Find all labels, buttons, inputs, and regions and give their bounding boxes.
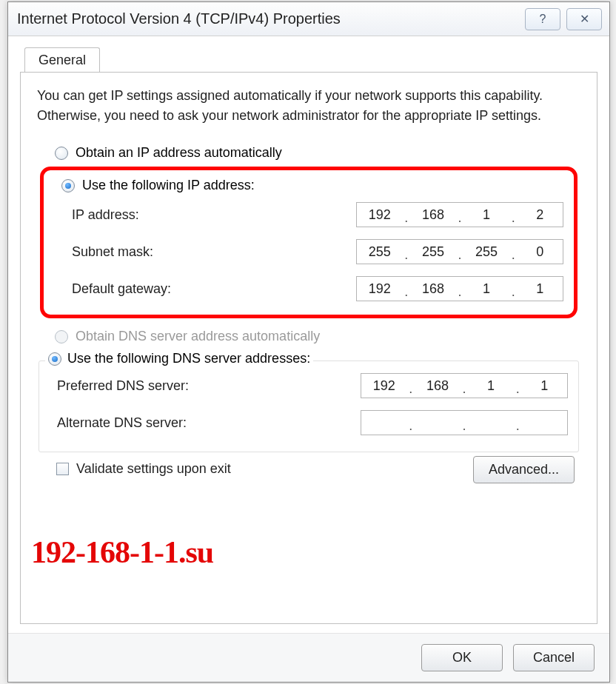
tab-general[interactable]: General (24, 47, 100, 73)
dns-auto-label: Obtain DNS server address automatically (76, 329, 320, 344)
dns-manual-row[interactable]: Use the following DNS server addresses: (45, 351, 313, 366)
ok-button[interactable]: OK (421, 644, 503, 671)
info-text: You can get IP settings assigned automat… (37, 86, 580, 126)
close-icon: ✕ (580, 12, 589, 26)
highlight-box: Use the following IP address: IP address… (40, 167, 578, 318)
help-button[interactable]: ? (525, 8, 560, 30)
titlebar-buttons: ? ✕ (525, 8, 602, 30)
pref-dns-row: Preferred DNS server: 192. 168. 1. 1 (44, 367, 568, 404)
client-area: General You can get IP settings assigned… (8, 36, 609, 633)
alt-dns-row: Alternate DNS server: . . . (44, 404, 568, 441)
pref-dns-input[interactable]: 192. 168. 1. 1 (361, 373, 568, 398)
radio-icon (48, 352, 61, 366)
alt-dns-input[interactable]: . . . (361, 410, 568, 435)
ip-address-input[interactable]: 192. 168. 1. 2 (356, 202, 563, 227)
cancel-button[interactable]: Cancel (513, 644, 595, 671)
ip-auto-row[interactable]: Obtain an IP address automatically (37, 142, 580, 164)
tabstrip: General (24, 47, 597, 72)
dns-manual-label: Use the following DNS server addresses: (67, 351, 310, 366)
radio-icon (55, 147, 68, 160)
pref-dns-label: Preferred DNS server: (57, 378, 189, 394)
dialog-window: Internet Protocol Version 4 (TCP/IPv4) P… (7, 1, 610, 683)
dns-fieldset: Use the following DNS server addresses: … (38, 361, 579, 452)
ip-address-label: IP address: (72, 207, 139, 223)
ip-manual-row[interactable]: Use the following IP address: (48, 175, 563, 196)
subnet-mask-row: Subnet mask: 255. 255. 255. 0 (48, 233, 563, 270)
gateway-label: Default gateway: (72, 281, 171, 297)
radio-icon (55, 330, 68, 343)
help-icon: ? (540, 13, 546, 26)
radio-icon (61, 179, 75, 192)
window-title: Internet Protocol Version 4 (TCP/IPv4) P… (17, 10, 341, 27)
alt-dns-label: Alternate DNS server: (57, 415, 187, 431)
close-button[interactable]: ✕ (566, 8, 602, 30)
subnet-mask-input[interactable]: 255. 255. 255. 0 (356, 239, 563, 264)
subnet-mask-label: Subnet mask: (72, 244, 153, 260)
titlebar: Internet Protocol Version 4 (TCP/IPv4) P… (8, 2, 609, 36)
dialog-bottom: OK Cancel (8, 633, 609, 682)
advanced-button[interactable]: Advanced... (473, 456, 575, 483)
ip-address-row: IP address: 192. 168. 1. 2 (48, 196, 563, 233)
gateway-input[interactable]: 192. 168. 1. 1 (356, 276, 563, 301)
ip-manual-label: Use the following IP address: (82, 178, 255, 193)
advanced-row: Advanced... (37, 456, 580, 483)
dns-auto-row: Obtain DNS server address automatically (37, 326, 580, 347)
tab-panel: You can get IP settings assigned automat… (20, 72, 597, 624)
ip-auto-label: Obtain an IP address automatically (76, 145, 282, 161)
gateway-row: Default gateway: 192. 168. 1. 1 (48, 270, 563, 307)
watermark-text: 192-168-1-1.su (31, 534, 213, 570)
